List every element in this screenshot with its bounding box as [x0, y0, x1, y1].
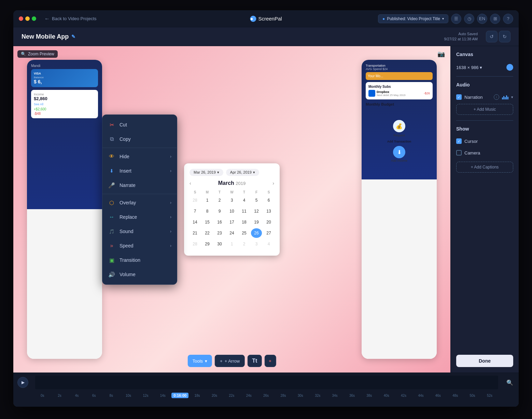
transition-icon: ▣	[108, 256, 115, 264]
time-mark-current: 0:16:00	[171, 393, 188, 398]
tools-button[interactable]: Tools ▾	[188, 355, 212, 367]
app-window: ← Back to Video Projects ● ScreenPal ● P…	[13, 10, 519, 407]
menu-item-cut[interactable]: ✂ Cut	[102, 118, 177, 132]
plus-icon: +	[220, 359, 223, 364]
autosave-label: Auto Saved	[444, 31, 478, 37]
arrow-button[interactable]: + + Arrow	[215, 355, 245, 367]
layers-icon-button[interactable]: ⊞	[490, 14, 500, 24]
redo-button[interactable]: ↻	[499, 31, 510, 42]
titlebar-right: ● Published: Video Project Title ▾ ☰ ◷ E…	[378, 14, 513, 24]
time-mark-38s: 38s	[361, 394, 378, 397]
publish-button[interactable]: ● Published: Video Project Title ▾	[378, 14, 448, 23]
calendar-next-button[interactable]: ›	[272, 180, 274, 186]
cursor-row: Cursor	[456, 138, 513, 144]
text-label: Tt	[252, 358, 257, 364]
narration-row: Narration i ▾	[456, 94, 513, 100]
cursor-label: Cursor	[464, 139, 513, 144]
narrate-icon: 🎤	[108, 181, 115, 189]
menu-label-narrate: Narrate	[120, 183, 136, 188]
autosave-status: Auto Saved 9/27/22 at 11:38 AM	[444, 31, 478, 42]
menu-item-volume[interactable]: 🔊 Volume	[102, 267, 177, 282]
menu-item-narrate[interactable]: 🎤 Narrate	[102, 178, 177, 192]
add-captions-button[interactable]: + Add Captions	[456, 162, 513, 173]
copy-icon: ⧉	[108, 135, 115, 143]
time-mark-24s: 24s	[240, 394, 257, 397]
time-mark-2s: 2s	[51, 394, 68, 397]
menu-item-insert[interactable]: ⬇ Insert ›	[102, 164, 177, 178]
close-button[interactable]	[19, 16, 23, 21]
help-button[interactable]: ?	[503, 14, 513, 24]
back-label: Back to Video Projects	[52, 16, 97, 21]
menu-label-overlay: Overlay	[120, 200, 136, 205]
calendar-week-5: 28 29 30 1 2 3 4	[190, 239, 274, 249]
tools-caret-icon: ▾	[205, 359, 207, 364]
camera-row: Camera	[456, 150, 513, 156]
menu-label-cut: Cut	[120, 122, 127, 127]
play-button[interactable]: ▶	[17, 377, 28, 388]
undo-button[interactable]: ↺	[486, 31, 498, 42]
list-icon-button[interactable]: ☰	[451, 14, 461, 24]
language-button[interactable]: EN	[477, 14, 487, 24]
menu-label-insert: Insert	[120, 168, 131, 174]
time-mark-52s: 52s	[481, 394, 498, 397]
main-area: 🔍 Zoom Preview 📷 Mandi VISA Balance $ 6,…	[13, 46, 519, 373]
canvas-toggle[interactable]	[506, 64, 513, 71]
time-mark-14s: 14s	[154, 394, 171, 397]
menu-item-transition[interactable]: ▣ Transition	[102, 253, 177, 267]
timeline-wrapper: // Generated waveform bars - inline SVG …	[32, 376, 501, 389]
subheader: New Mobile App ✎ Auto Saved 9/27/22 at 1…	[13, 27, 519, 46]
camera-capture-icon[interactable]: 📷	[437, 50, 445, 58]
menu-item-hide[interactable]: 👁 Hide ›	[102, 149, 177, 164]
calendar-prev-button[interactable]: ‹	[190, 180, 191, 186]
project-name: New Mobile App ✎	[22, 33, 75, 40]
date-range-start: Mar 26, 2019 ▾	[190, 169, 223, 176]
menu-item-sound[interactable]: 🎵 Sound ›	[102, 224, 177, 239]
hide-icon: 👁	[108, 153, 115, 160]
canvas-size-text: 1638 × 986	[456, 65, 478, 70]
time-mark-34s: 34s	[326, 394, 343, 397]
menu-label-hide: Hide	[120, 154, 129, 159]
overlay-icon: ⬡	[108, 199, 115, 206]
cursor-checkbox[interactable]	[456, 138, 462, 144]
time-mark-36s: 36s	[344, 394, 361, 397]
menu-item-speed[interactable]: » Speed ›	[102, 239, 177, 253]
traffic-lights	[19, 16, 36, 21]
time-mark-28s: 28s	[275, 394, 292, 397]
back-to-projects-button[interactable]: ← Back to Video Projects	[44, 16, 97, 22]
calendar-header: ‹ March 2019 ›	[190, 180, 274, 186]
minimize-button[interactable]	[25, 16, 30, 21]
text-button[interactable]: Tt	[248, 355, 262, 367]
time-mark-6s: 6s	[85, 394, 102, 397]
done-button[interactable]: Done	[456, 355, 513, 367]
timeline-search-button[interactable]: 🔍	[505, 378, 515, 387]
menu-item-overlay[interactable]: ⬡ Overlay ›	[102, 195, 177, 210]
clock-icon-button[interactable]: ◷	[464, 14, 474, 24]
narration-label: Narration	[464, 95, 491, 100]
narration-checkbox[interactable]	[456, 94, 462, 100]
calendar-week-1: 28 1 2 3 4 5 6	[190, 195, 274, 205]
calendar-week-4: 21 22 23 24 25 26 27	[190, 228, 274, 238]
insert-icon: ⬇	[108, 167, 115, 175]
time-mark-32s: 32s	[309, 394, 326, 397]
fullscreen-button[interactable]	[32, 16, 36, 21]
add-music-button[interactable]: + Add Music	[456, 104, 513, 115]
camera-checkbox[interactable]	[456, 150, 462, 156]
dropdown-caret-icon2: ▾	[253, 170, 255, 175]
chevron-right-insert-icon: ›	[170, 168, 171, 173]
timeline-controls: ▶ // Generated waveform bars - inline SV…	[13, 373, 519, 392]
chevron-right-sound-icon: ›	[170, 229, 171, 234]
time-mark-4s: 4s	[68, 394, 85, 397]
time-mark-12s: 12s	[137, 394, 154, 397]
menu-label-transition: Transition	[120, 257, 140, 263]
cursor-tool-button[interactable]: ⌖	[264, 355, 276, 367]
menu-item-replace[interactable]: ↔ Replace ›	[102, 210, 177, 224]
menu-item-copy[interactable]: ⧉ Copy	[102, 132, 177, 146]
calendar-date-range: Mar 26, 2019 ▾ Apr 26, 2019 ▾	[190, 169, 274, 176]
replace-icon: ↔	[108, 213, 115, 221]
time-mark-8s: 8s	[103, 394, 120, 397]
time-mark-26s: 26s	[257, 394, 275, 397]
edit-project-name-icon[interactable]: ✎	[71, 34, 75, 39]
narration-info-icon[interactable]: i	[494, 94, 499, 100]
zoom-preview-bar: 🔍 Zoom Preview	[17, 50, 58, 58]
menu-label-speed: Speed	[120, 243, 133, 248]
